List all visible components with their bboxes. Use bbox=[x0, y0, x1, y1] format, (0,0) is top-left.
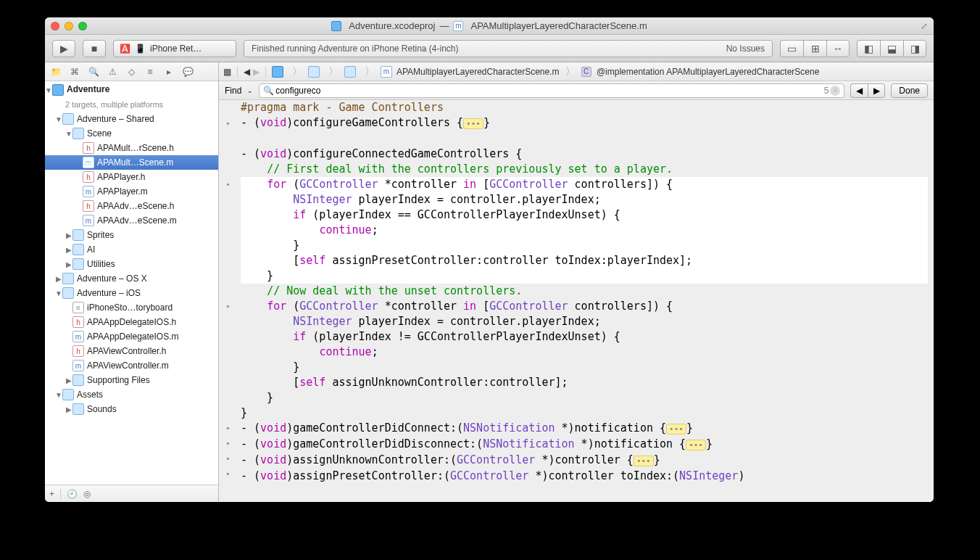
code-editor[interactable]: #pragma mark - Game Controllers ▸- (void… bbox=[219, 100, 934, 502]
tree-row[interactable]: hAPAAdv…eScene.h bbox=[45, 199, 218, 213]
window-title: Adventure.xcodeproj — m APAMultiplayerLa… bbox=[51, 20, 928, 31]
find-mode-chevron-icon[interactable]: ⌄ bbox=[247, 87, 253, 94]
project-navigator-tab[interactable]: 📁 bbox=[49, 65, 62, 78]
scm-filter-icon[interactable]: ◎ bbox=[83, 489, 91, 499]
debug-navigator-tab[interactable]: ≡ bbox=[144, 65, 157, 78]
fold-icon[interactable]: ▸ bbox=[226, 466, 231, 481]
log-navigator-tab[interactable]: 💬 bbox=[181, 65, 194, 78]
breakpoint-navigator-tab[interactable]: ▸ bbox=[162, 65, 175, 78]
clear-search-button[interactable]: ✕ bbox=[830, 86, 840, 96]
toggle-right-panel-button[interactable]: ◨ bbox=[903, 40, 926, 57]
tree-row[interactable]: mAPAPlayer.m bbox=[45, 184, 218, 199]
tree-row[interactable]: ≡iPhoneSto…toryboard bbox=[45, 300, 218, 315]
tree-project-sub: 2 targets, multiple platforms bbox=[45, 97, 218, 112]
tree-label: Adventure – OS X bbox=[77, 273, 147, 284]
tree-row[interactable]: ▼Adventure – iOS bbox=[45, 286, 218, 300]
h-icon: h bbox=[72, 316, 84, 328]
symbol-navigator-tab[interactable]: ⌘ bbox=[68, 65, 81, 78]
tree-row[interactable]: ▼Scene bbox=[45, 126, 218, 141]
jump-bar[interactable]: ▦ ◀ ▶ 〉 〉 〉 mAPAMultiplayerLayeredCharac… bbox=[219, 62, 934, 81]
project-tree[interactable]: ▼ Adventure 2 targets, multiple platform… bbox=[45, 81, 218, 485]
h-icon: h bbox=[72, 345, 84, 357]
folder-icon bbox=[72, 229, 84, 241]
tree-row[interactable]: hAPAViewController.h bbox=[45, 344, 218, 358]
body: 📁 ⌘ 🔍 ⚠ ◇ ≡ ▸ 💬 ▼ Adventure bbox=[45, 62, 934, 502]
tree-row[interactable]: mAPAMult…Scene.m bbox=[45, 155, 218, 170]
fold-icon[interactable]: ▸ bbox=[226, 450, 231, 466]
minimize-button[interactable] bbox=[65, 22, 73, 30]
find-next-button[interactable]: ▶ bbox=[868, 83, 885, 98]
tree-row[interactable]: hAPAAppDelegateIOS.h bbox=[45, 315, 218, 329]
run-button[interactable]: ▶ bbox=[52, 40, 75, 57]
folder-icon bbox=[72, 374, 84, 386]
tree-row[interactable]: ▶Sprites bbox=[45, 228, 218, 242]
jump-folder1[interactable] bbox=[308, 66, 323, 78]
tree-row[interactable]: ▼Adventure – Shared bbox=[45, 112, 218, 126]
tree-row[interactable]: ▶Adventure – OS X bbox=[45, 271, 218, 286]
tree-row[interactable]: mAPAViewController.m bbox=[45, 358, 218, 373]
find-prev-button[interactable]: ◀ bbox=[850, 83, 868, 98]
fold-icon[interactable]: ▸ bbox=[226, 176, 231, 192]
editor-mode-group: ▭ ⊞ ↔ bbox=[780, 40, 850, 57]
fold-icon[interactable]: ▸ bbox=[226, 115, 231, 131]
search-icon: 🔍 bbox=[263, 86, 274, 96]
tree-row[interactable]: hAPAPlayer.h bbox=[45, 170, 218, 184]
jump-file[interactable]: mAPAMultiplayerLayeredCharacterScene.m bbox=[381, 66, 560, 78]
sb-icon: ≡ bbox=[72, 302, 84, 313]
file-icon: m bbox=[453, 21, 463, 31]
toggle-left-panel-button[interactable]: ◧ bbox=[857, 40, 880, 57]
tree-row[interactable]: hAPAMult…rScene.h bbox=[45, 141, 218, 155]
add-button[interactable]: + bbox=[49, 489, 54, 499]
title-project: Adventure.xcodeproj bbox=[349, 20, 435, 31]
tree-row[interactable]: ▶AI bbox=[45, 242, 218, 257]
folder-icon bbox=[72, 403, 84, 415]
toggle-bottom-panel-button[interactable]: ⬓ bbox=[880, 40, 903, 57]
stop-button[interactable]: ■ bbox=[83, 40, 106, 57]
standard-editor-button[interactable]: ▭ bbox=[780, 40, 803, 57]
tree-row[interactable]: ▶Sounds bbox=[45, 402, 218, 416]
m-icon: m bbox=[83, 186, 94, 197]
tree-label: APAAppDelegateIOS.m bbox=[87, 332, 179, 342]
scheme-selector[interactable]: 🅰️ 📱 iPhone Ret… bbox=[113, 40, 236, 57]
fold-icon[interactable]: ▸ bbox=[226, 298, 231, 313]
fold-icon[interactable]: ▸ bbox=[226, 435, 231, 450]
tree-label: Adventure – iOS bbox=[77, 288, 141, 298]
recent-filter-icon[interactable]: 🕘 bbox=[67, 489, 78, 499]
test-navigator-tab[interactable]: ◇ bbox=[125, 65, 138, 78]
fold-icon[interactable]: ▸ bbox=[226, 420, 231, 435]
tree-row[interactable]: ▶Utilities bbox=[45, 257, 218, 271]
back-button[interactable]: ◀ bbox=[244, 67, 250, 77]
fullscreen-icon[interactable]: ⤢ bbox=[921, 21, 928, 31]
version-editor-button[interactable]: ↔ bbox=[826, 40, 850, 57]
m-icon: m bbox=[72, 331, 84, 342]
tree-label: Utilities bbox=[87, 259, 115, 269]
tree-label: APAPlayer.m bbox=[97, 186, 148, 197]
search-navigator-tab[interactable]: 🔍 bbox=[87, 65, 100, 78]
tree-row[interactable]: ▶Supporting Files bbox=[45, 373, 218, 387]
find-input[interactable] bbox=[259, 83, 844, 98]
tree-row[interactable]: mAPAAdv…eScene.m bbox=[45, 213, 218, 228]
tree-label: Sprites bbox=[87, 230, 114, 240]
related-items-icon[interactable]: ▦ bbox=[223, 67, 231, 77]
jump-symbol[interactable]: C @implementation APAMultiplayerLayeredC… bbox=[581, 67, 820, 77]
tree-row[interactable]: mAPAAppDelegateIOS.m bbox=[45, 329, 218, 344]
h-icon: h bbox=[83, 200, 94, 212]
assistant-editor-button[interactable]: ⊞ bbox=[803, 40, 826, 57]
find-mode-label[interactable]: Find bbox=[225, 86, 241, 96]
tree-row[interactable]: ▼Assets bbox=[45, 387, 218, 402]
folder-icon bbox=[62, 273, 74, 284]
forward-button[interactable]: ▶ bbox=[253, 67, 259, 77]
h-icon: h bbox=[83, 142, 94, 154]
find-done-button[interactable]: Done bbox=[891, 83, 928, 98]
jump-project[interactable] bbox=[272, 66, 286, 78]
device-icon: 📱 bbox=[135, 44, 146, 54]
tree-label: iPhoneSto…toryboard bbox=[87, 302, 173, 313]
title-file: APAMultiplayerLayeredCharacterScene.m bbox=[470, 20, 647, 31]
zoom-button[interactable] bbox=[78, 22, 87, 30]
tree-label: Sounds bbox=[87, 404, 117, 414]
tree-label: Scene bbox=[87, 128, 112, 139]
jump-folder2[interactable] bbox=[344, 66, 359, 78]
issue-navigator-tab[interactable]: ⚠ bbox=[106, 65, 119, 78]
close-button[interactable] bbox=[51, 22, 59, 30]
tree-project-root[interactable]: ▼ Adventure bbox=[45, 83, 218, 97]
